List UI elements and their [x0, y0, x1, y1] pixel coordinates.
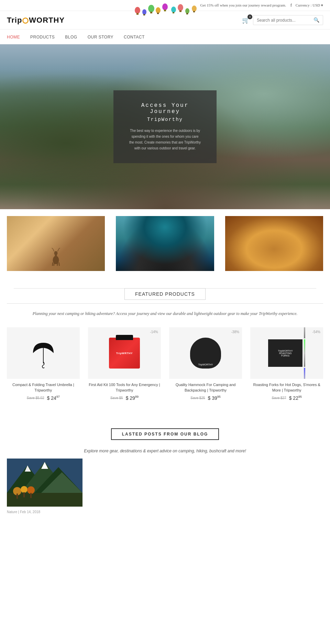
svg-point-38	[27, 486, 35, 494]
hammock-logo: TripWORTHY	[198, 363, 213, 366]
gallery-image-cave	[116, 216, 214, 271]
svg-line-10	[59, 248, 60, 249]
product-card-forks[interactable]: -54% TripWORTHYROASTINGFORKS Roasting Fo…	[250, 327, 323, 400]
hero-description: The best way to experience the outdoors …	[129, 128, 201, 151]
nav-contact[interactable]: CONTACT	[124, 35, 145, 39]
bag-flap	[116, 335, 133, 340]
hero-subtitle: TripWorthy	[129, 117, 201, 122]
firstaid-bag: TripWRTHY	[109, 338, 140, 369]
product-pricing-2: Save $5 $ 2989	[88, 395, 161, 401]
product-image-wrap-1: -17%	[7, 327, 80, 379]
blog-mountain-svg	[7, 459, 82, 507]
discount-badge-2: -14%	[150, 330, 158, 334]
save-price-2: Save $5	[110, 396, 123, 400]
svg-rect-41	[30, 493, 32, 498]
forks-sticks	[304, 327, 305, 379]
gallery-image-deer	[7, 216, 105, 271]
blog-post-image-1[interactable]	[7, 459, 82, 507]
forks-box: TripWORTHYROASTINGFORKS	[268, 339, 302, 367]
blog-section-title: LASTED POSTS FROM OUR BLOG	[7, 418, 323, 443]
featured-section-title: Featured Products	[0, 278, 330, 303]
fork-stick-3	[304, 368, 305, 379]
featured-title-label: Featured Products	[124, 288, 206, 300]
gallery-image-balloons	[225, 216, 323, 271]
hero-overlay: Access Your Journey TripWorthy The best …	[113, 90, 217, 163]
forks-logo: TripWORTHYROASTINGFORKS	[278, 350, 293, 357]
bag-logo: TripWRTHY	[116, 352, 133, 355]
product-card-umbrella[interactable]: -17% Compact & Folding Travel Umbrella |…	[7, 327, 80, 400]
blog-section: LASTED POSTS FROM OUR BLOG Explore more …	[0, 411, 330, 521]
blog-description: Explore more gear, destinations & expert…	[7, 443, 323, 459]
main-nav: HOME PRODUCTS BLOG OUR STORY CONTACT	[0, 29, 330, 44]
product-name-3: Quality Hammock For Camping and Backpack…	[169, 382, 242, 393]
product-image-firstaid: TripWRTHY	[88, 327, 161, 379]
svg-point-37	[21, 486, 28, 493]
save-price-3: Save $25	[190, 396, 205, 400]
nav-home[interactable]: HOME	[7, 35, 20, 39]
hero-title: Access Your Journey	[129, 102, 201, 115]
umbrella-svg	[26, 336, 60, 370]
nav-products[interactable]: PRODUCTS	[30, 35, 55, 39]
current-price-3: $ 3995	[208, 395, 221, 401]
gallery-item-3[interactable]	[225, 216, 323, 271]
gallery-item-2[interactable]	[116, 216, 214, 271]
current-price-2: $ 2989	[126, 395, 139, 401]
discount-badge-3: -38%	[231, 330, 239, 334]
featured-description: Planning your next camping or hiking adv…	[0, 304, 330, 324]
svg-line-4	[54, 263, 54, 266]
product-name-1: Compact & Folding Travel Umbrella | Trip…	[7, 382, 80, 393]
blog-post-1: Nature | Feb 14, 2018	[7, 459, 323, 514]
current-price-4: $ 2295	[289, 395, 302, 401]
svg-line-5	[57, 263, 57, 266]
hammock-bag: TripWORTHY	[190, 338, 221, 369]
save-price-1: Save $5.02	[27, 396, 44, 400]
blog-title-label: LASTED POSTS FROM OUR BLOG	[111, 428, 219, 440]
fork-stick-2	[304, 339, 305, 367]
forks-container: TripWORTHYROASTINGFORKS	[268, 327, 305, 379]
svg-line-9	[52, 248, 53, 249]
svg-point-2	[54, 251, 57, 255]
product-image-forks: TripWORTHYROASTINGFORKS	[250, 327, 323, 379]
svg-line-6	[59, 262, 59, 266]
svg-line-7	[53, 249, 54, 251]
hero-section: Access Your Journey TripWorthy The best …	[0, 44, 330, 209]
blog-post-meta-1: Nature | Feb 14, 2018	[7, 510, 323, 514]
product-card-hammock[interactable]: -38% TripWORTHY Quality Hammock For Camp…	[169, 327, 242, 400]
nav-blog[interactable]: BLOG	[65, 35, 77, 39]
product-pricing-1: Save $5.02 $ 2497	[7, 395, 80, 401]
product-image-hammock: TripWORTHY	[169, 327, 242, 379]
products-grid: -17% Compact & Folding Travel Umbrella |…	[0, 324, 330, 411]
svg-rect-40	[23, 492, 25, 497]
product-card-firstaid[interactable]: -14% TripWRTHY First Aid Kit 100 Tools f…	[88, 327, 161, 400]
nav-our-story[interactable]: OUR STORY	[88, 35, 113, 39]
gallery-section	[0, 209, 330, 278]
product-name-2: First Aid Kit 100 Tools for Any Emergenc…	[88, 382, 161, 393]
gallery-item-1[interactable]	[7, 216, 105, 271]
product-pricing-3: Save $25 $ 3995	[169, 395, 242, 401]
current-price-1: $ 2497	[47, 395, 59, 401]
product-image-wrap-4: -54% TripWORTHYROASTINGFORKS	[250, 327, 323, 379]
svg-line-3	[52, 262, 53, 266]
save-price-4: Save $27	[272, 396, 286, 400]
fork-stick-1	[304, 327, 305, 338]
discount-badge-4: -54%	[312, 330, 320, 334]
svg-line-8	[57, 249, 59, 251]
deer-silhouette	[50, 247, 62, 266]
svg-rect-39	[16, 494, 18, 499]
product-name-4: Roasting Forks for Hot Dogs, S'mores & M…	[250, 382, 323, 393]
product-image-wrap-3: -38% TripWORTHY	[169, 327, 242, 379]
product-image-umbrella	[7, 327, 80, 379]
product-pricing-4: Save $27 $ 2295	[250, 395, 323, 401]
product-image-wrap-2: -14% TripWRTHY	[88, 327, 161, 379]
